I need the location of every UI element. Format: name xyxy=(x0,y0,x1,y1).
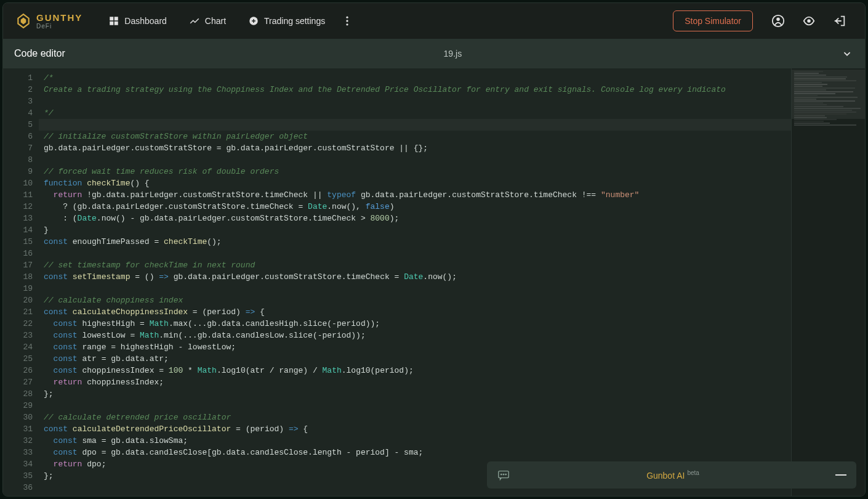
line-number: 1 xyxy=(3,72,33,84)
code-line[interactable]: ? (gb.data.pairLedger.customStratStore.t… xyxy=(39,201,791,213)
logo-text-sub: DeFi xyxy=(36,23,82,30)
line-number: 29 xyxy=(3,400,33,412)
code-editor[interactable]: 1234567891011121314151617181920212223242… xyxy=(3,68,865,496)
visibility-icon[interactable] xyxy=(802,14,816,28)
line-number: 2 xyxy=(3,84,33,95)
line-number: 26 xyxy=(3,365,33,376)
code-line[interactable]: // forced wait time reduces risk of doub… xyxy=(39,166,791,177)
code-line[interactable]: */ xyxy=(39,107,791,119)
line-number: 32 xyxy=(3,435,33,447)
stop-simulator-button[interactable]: Stop Simulator xyxy=(673,10,753,31)
code-line[interactable]: const calculateDetrendedPriceOscillator … xyxy=(39,423,791,435)
code-line[interactable]: const lowestLow = Math.min(...gb.data.ca… xyxy=(39,330,791,341)
code-line[interactable]: gb.data.pairLedger.customStratStore = gb… xyxy=(39,142,791,154)
minimize-icon[interactable] xyxy=(835,474,846,476)
line-number: 21 xyxy=(3,306,33,318)
code-line[interactable] xyxy=(39,248,791,259)
nav-trading-settings[interactable]: Trading settings xyxy=(239,10,334,31)
code-line[interactable]: const calculateChoppinessIndex = (period… xyxy=(39,306,791,318)
code-line[interactable]: // calculate detrended price oscillator xyxy=(39,412,791,423)
editor-tabbar: Code editor 19.js xyxy=(3,39,865,68)
code-line[interactable]: Create a trading strategy using the Chop… xyxy=(39,84,791,95)
more-vert-icon[interactable] xyxy=(341,15,353,27)
code-line[interactable]: const setTimestamp = () => gb.data.pairL… xyxy=(39,271,791,283)
line-number: 34 xyxy=(3,458,33,470)
nav-chart[interactable]: Chart xyxy=(180,10,235,31)
chat-label: Gunbot AIbeta xyxy=(519,469,827,481)
chevron-down-icon[interactable] xyxy=(840,47,854,60)
code-line[interactable]: return !gb.data.pairLedger.customStratSt… xyxy=(39,189,791,201)
svg-point-6 xyxy=(347,20,348,22)
line-number: 18 xyxy=(3,271,33,283)
code-line[interactable]: : (Date.now() - gb.data.pairLedger.custo… xyxy=(39,213,791,224)
code-line[interactable] xyxy=(39,154,791,166)
code-line[interactable]: const highestHigh = Math.max(...gb.data.… xyxy=(39,318,791,330)
topbar: GUNTHY DeFi Dashboard Chart Trading sett… xyxy=(3,3,865,39)
code-line[interactable]: const choppinessIndex = 100 * Math.log10… xyxy=(39,365,791,376)
line-number: 5 xyxy=(3,119,33,131)
code-line[interactable]: function checkTime() { xyxy=(39,177,791,189)
logout-icon[interactable] xyxy=(833,14,846,28)
code-line[interactable]: const range = highestHigh - lowestLow; xyxy=(39,341,791,353)
code-line[interactable] xyxy=(39,95,791,107)
gunbot-ai-chatbar[interactable]: Gunbot AIbeta xyxy=(487,461,856,489)
tune-icon xyxy=(248,15,259,26)
line-number: 19 xyxy=(3,283,33,294)
svg-point-7 xyxy=(347,23,348,25)
line-number: 22 xyxy=(3,318,33,330)
svg-rect-3 xyxy=(115,22,118,25)
line-number: 35 xyxy=(3,470,33,482)
line-number: 20 xyxy=(3,294,33,306)
svg-point-9 xyxy=(776,18,780,22)
line-number: 8 xyxy=(3,154,33,166)
line-number: 11 xyxy=(3,189,33,201)
svg-rect-0 xyxy=(110,17,114,20)
logo-icon xyxy=(15,13,31,29)
editor-filename[interactable]: 19.js xyxy=(78,49,828,59)
code-line[interactable]: } xyxy=(39,224,791,236)
line-number: 15 xyxy=(3,236,33,248)
nav-dashboard-label: Dashboard xyxy=(124,16,167,26)
code-line[interactable] xyxy=(39,400,791,412)
nav-dashboard[interactable]: Dashboard xyxy=(100,10,175,31)
code-area[interactable]: /*Create a trading strategy using the Ch… xyxy=(39,68,791,496)
svg-point-10 xyxy=(807,19,811,23)
line-number: 25 xyxy=(3,353,33,365)
logo[interactable]: GUNTHY DeFi xyxy=(15,13,82,30)
beta-badge: beta xyxy=(687,469,699,476)
editor-title: Code editor xyxy=(14,48,65,59)
line-number: 10 xyxy=(3,177,33,189)
line-number: 31 xyxy=(3,423,33,435)
code-line[interactable]: const sma = gb.data.slowSma; xyxy=(39,435,791,447)
code-line[interactable]: return choppinessIndex; xyxy=(39,376,791,388)
code-line[interactable]: // calculate choppiness index xyxy=(39,294,791,306)
code-line[interactable] xyxy=(39,119,791,131)
code-line[interactable]: // initialize customStratStore within pa… xyxy=(39,131,791,142)
line-number: 27 xyxy=(3,376,33,388)
line-number: 12 xyxy=(3,201,33,213)
code-line[interactable]: // set timestamp for checkTime in next r… xyxy=(39,259,791,271)
nav-settings-label: Trading settings xyxy=(264,16,325,26)
line-number: 23 xyxy=(3,330,33,341)
line-number: 28 xyxy=(3,388,33,400)
account-icon[interactable] xyxy=(771,14,785,28)
code-line[interactable]: const enoughTimePassed = checkTime(); xyxy=(39,236,791,248)
minimap-content xyxy=(794,71,862,126)
code-line[interactable]: /* xyxy=(39,72,791,84)
svg-point-5 xyxy=(347,17,348,18)
line-number: 4 xyxy=(3,107,33,119)
line-number: 33 xyxy=(3,447,33,458)
minimap[interactable] xyxy=(791,68,865,496)
line-number: 17 xyxy=(3,259,33,271)
line-number: 3 xyxy=(3,95,33,107)
code-line[interactable]: const atr = gb.data.atr; xyxy=(39,353,791,365)
nav-chart-label: Chart xyxy=(205,16,226,26)
line-number: 14 xyxy=(3,224,33,236)
dashboard-icon xyxy=(108,15,119,26)
line-gutter: 1234567891011121314151617181920212223242… xyxy=(3,68,39,496)
code-line[interactable]: }; xyxy=(39,388,791,400)
code-line[interactable] xyxy=(39,283,791,294)
app-frame: GUNTHY DeFi Dashboard Chart Trading sett… xyxy=(2,2,866,497)
code-line[interactable]: const dpo = gb.data.candlesClose[gb.data… xyxy=(39,447,791,458)
line-number: 30 xyxy=(3,412,33,423)
